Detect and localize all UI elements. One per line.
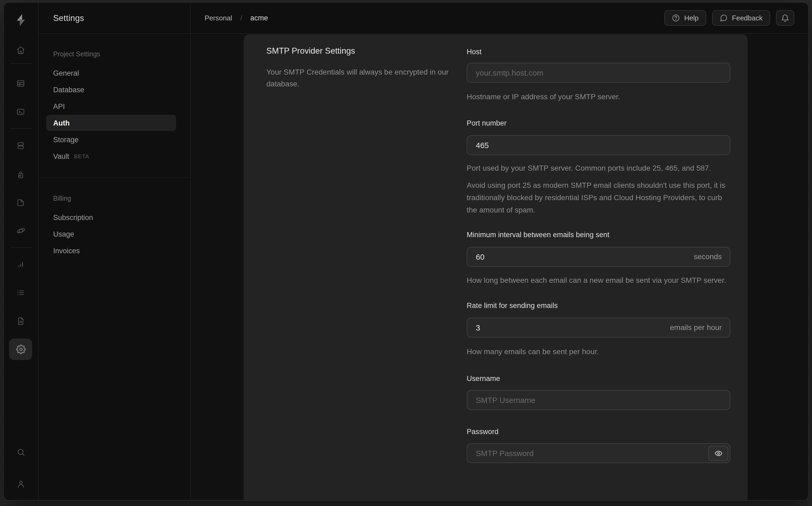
content-area: SMTP Provider Settings Your SMTP Credent… <box>191 34 808 500</box>
sidebar-item-api[interactable]: API <box>46 98 176 114</box>
section-heading-project-settings: Project Settings <box>39 50 190 59</box>
rail-home-button[interactable] <box>4 41 38 59</box>
rail-database-button[interactable] <box>4 136 38 155</box>
host-helper: Hostname or IP address of your SMTP serv… <box>467 91 730 103</box>
breadcrumb-separator: / <box>240 14 242 22</box>
rail-logs-button[interactable] <box>4 283 38 302</box>
orbit-icon <box>16 226 25 236</box>
eye-icon <box>714 449 723 458</box>
sidebar-item-usage[interactable]: Usage <box>46 226 176 242</box>
lock-icon <box>16 170 25 179</box>
rail-auth-button[interactable] <box>4 165 38 183</box>
port-input[interactable] <box>467 135 730 155</box>
rail-search-button[interactable] <box>4 443 38 461</box>
rail-user-button[interactable] <box>4 475 38 493</box>
sidebar-item-general[interactable]: General <box>46 65 176 81</box>
password-input[interactable] <box>467 443 730 463</box>
sidebar-item-auth[interactable]: Auth <box>46 115 176 131</box>
sidebar-item-subscription[interactable]: Subscription <box>46 209 176 225</box>
rail-reports-button[interactable] <box>4 255 38 273</box>
settings-sidebar: Settings Project Settings General Databa… <box>39 3 191 500</box>
search-icon <box>16 447 25 457</box>
port-helper-2: Avoid using port 25 as modern SMTP email… <box>467 179 730 216</box>
host-label: Host <box>467 48 730 56</box>
table-icon <box>16 79 25 88</box>
user-icon <box>16 479 25 489</box>
rail-edge-functions-button[interactable] <box>4 222 38 240</box>
list-icon <box>16 288 25 297</box>
port-helper-1: Port used by your SMTP server. Common po… <box>467 162 730 174</box>
interval-label: Minimum interval between emails being se… <box>467 231 730 239</box>
rail-settings-button[interactable] <box>9 339 32 360</box>
beta-badge: BETA <box>74 153 89 159</box>
rail-storage-button[interactable] <box>4 193 38 212</box>
interval-helper: How long between each email can a new em… <box>467 274 730 286</box>
database-icon <box>16 141 25 150</box>
rate-limit-label: Rate limit for sending emails <box>467 302 730 310</box>
breadcrumb-org[interactable]: Personal <box>205 14 232 22</box>
bar-chart-icon <box>16 259 25 268</box>
notifications-button[interactable] <box>776 10 794 26</box>
terminal-icon <box>16 107 25 116</box>
smtp-settings-card: SMTP Provider Settings Your SMTP Credent… <box>244 34 748 500</box>
username-input[interactable] <box>467 390 730 410</box>
breadcrumb-project[interactable]: acme <box>250 14 268 22</box>
sidebar-header: Settings <box>39 3 190 34</box>
sidebar-item-vault[interactable]: Vault BETA <box>46 148 176 164</box>
rail-divider <box>10 247 32 248</box>
top-bar: Personal / acme Help Feedback <box>191 3 808 34</box>
section-heading-billing: Billing <box>39 194 190 203</box>
help-button[interactable]: Help <box>664 10 706 26</box>
storage-folder-icon <box>16 198 25 207</box>
rail-api-docs-button[interactable] <box>4 312 38 330</box>
toggle-password-visibility-button[interactable] <box>708 446 728 461</box>
rail-divider <box>10 128 32 129</box>
interval-input[interactable] <box>467 247 730 267</box>
panel-title: SMTP Provider Settings <box>267 46 450 56</box>
rail-table-editor-button[interactable] <box>4 74 38 92</box>
rail-sql-editor-button[interactable] <box>4 102 38 121</box>
file-text-icon <box>16 316 25 325</box>
nav-rail <box>4 3 39 500</box>
username-label: Username <box>467 374 730 383</box>
rate-limit-helper: How many emails can be sent per hour. <box>467 346 730 358</box>
home-icon <box>16 45 25 55</box>
rate-limit-input[interactable] <box>467 318 730 338</box>
supabase-bolt-icon <box>14 13 28 27</box>
sidebar-item-invoices[interactable]: Invoices <box>46 243 176 259</box>
port-label: Port number <box>467 119 730 128</box>
bell-icon <box>781 14 790 22</box>
help-circle-icon <box>672 14 680 22</box>
password-label: Password <box>467 428 730 436</box>
supabase-logo[interactable] <box>4 12 38 28</box>
sidebar-title: Settings <box>53 13 84 23</box>
panel-description: Your SMTP Credentials will always be enc… <box>267 67 450 90</box>
feedback-button[interactable]: Feedback <box>712 10 770 26</box>
speech-bubble-icon <box>720 14 728 22</box>
sidebar-item-database[interactable]: Database <box>46 82 176 98</box>
host-input[interactable] <box>467 63 730 83</box>
gear-icon <box>16 344 25 354</box>
rail-divider <box>10 63 32 64</box>
app-window: Settings Project Settings General Databa… <box>4 3 808 500</box>
sidebar-item-storage[interactable]: Storage <box>46 132 176 148</box>
sidebar-divider <box>39 177 190 178</box>
